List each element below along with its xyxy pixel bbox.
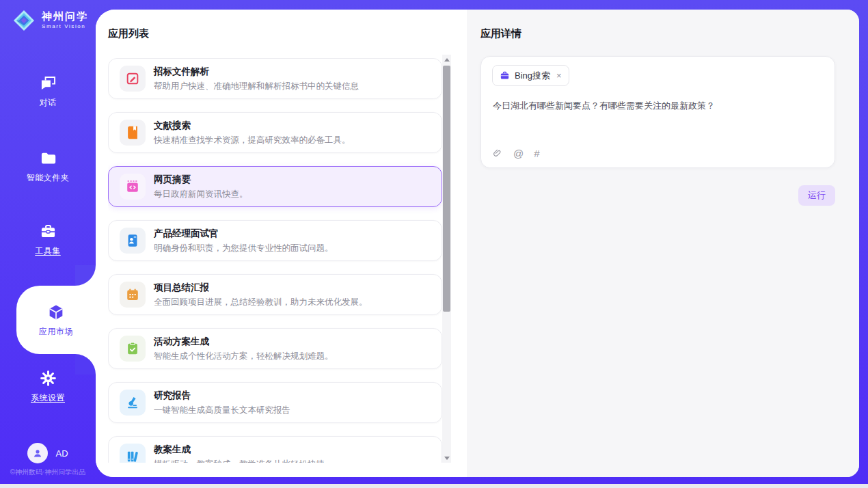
main-content: 应用列表 招标文件解析 帮助用户快速、准确地理解和解析招标书中的关键信息 [96,10,859,477]
user-name: AD [55,448,68,459]
close-icon[interactable]: × [556,71,562,80]
scroll-up-button[interactable] [442,55,451,64]
app-window: 神州问学 Smart Vision 对话 智能文件夹 [0,0,868,484]
app-title: 研究报告 [154,390,290,402]
app-title: 招标文件解析 [154,66,359,78]
app-desc: 每日政府新闻资讯快查。 [154,189,248,200]
app-list-pane: 应用列表 招标文件解析 帮助用户快速、准确地理解和解析招标书中的关键信息 [96,10,467,477]
folder-icon [39,149,57,167]
triangle-down-icon [444,457,450,460]
gear-icon [39,369,57,388]
brand-tagline: Smart Vision [42,24,88,30]
doc-edit-icon [120,66,146,92]
sidebar-item-label: 工具集 [35,245,61,257]
calendar-icon [120,282,146,308]
book-icon [120,120,146,146]
sidebar-item-label: 对话 [40,97,57,109]
app-list: 招标文件解析 帮助用户快速、准确地理解和解析招标书中的关键信息 文献搜索 快速精… [108,58,442,463]
tool-chip-bing-search[interactable]: Bing搜索 × [492,65,569,86]
sidebar: 神州问学 Smart Vision 对话 智能文件夹 [0,0,96,484]
sidebar-item-smart-folder[interactable]: 智能文件夹 [0,149,96,184]
tool-chip-label: Bing搜索 [515,70,550,82]
query-input[interactable]: 今日湖北有哪些新闻要点？有哪些需要关注的最新政策？ [493,99,824,113]
app-card-pm-interviewer[interactable]: 产品经理面试官 明确身份和职责，为您提供专业性的面试问题。 [108,220,442,261]
app-title: 活动方案生成 [154,336,334,348]
list-scrollbar[interactable] [442,55,451,463]
app-detail-title: 应用详情 [480,27,521,40]
app-card-research-report[interactable]: 研究报告 一键智能生成高质量长文本研究报告 [108,382,442,423]
app-list-title: 应用列表 [108,27,149,40]
copyright-text: ©神州数码·神州问学出品 [0,467,96,477]
app-desc: 帮助用户快速、准确地理解和解析招标书中的关键信息 [154,81,359,92]
browser-code-icon [120,174,146,200]
app-title: 文献搜索 [154,120,351,132]
app-card-project-summary[interactable]: 项目总结汇报 全面回顾项目进展，总结经验教训，助力未来优化发展。 [108,274,442,315]
prompt-card: Bing搜索 × 今日湖北有哪些新闻要点？有哪些需要关注的最新政策？ @ # [480,56,835,168]
sidebar-item-settings[interactable]: 系统设置 [0,369,96,404]
avatar [27,443,48,463]
sidebar-item-label: 系统设置 [31,392,65,404]
sidebar-item-chat[interactable]: 对话 [0,74,96,109]
app-card-lesson-plan[interactable]: 教案生成 模板驱动，教案秒成，教学准备从此轻松快捷 [108,436,442,463]
attachment-toolbar: @ # [492,148,540,159]
sidebar-item-label: 智能文件夹 [27,172,70,184]
app-desc: 快速精准查找学术资源，提高研究效率的必备工具。 [154,135,351,146]
app-detail-pane: 应用详情 Bing搜索 × 今日湖北有哪些新闻要点？有哪些需要关注的最新政策？ [467,10,859,477]
sidebar-item-label: 应用市场 [39,326,73,338]
at-mention-icon[interactable]: @ [513,148,524,159]
brand-logo: 神州问学 Smart Vision [11,8,88,33]
app-title: 教案生成 [154,444,325,456]
app-title: 项目总结汇报 [154,282,368,294]
app-desc: 明确身份和职责，为您提供专业性的面试问题。 [154,243,334,254]
app-card-event-plan[interactable]: 活动方案生成 智能生成个性化活动方案，轻松解决规划难题。 [108,328,442,369]
paperclip-icon[interactable] [492,148,503,159]
hash-icon[interactable]: # [534,148,539,159]
brand-name: 神州问学 [42,11,88,23]
scrollbar-thumb[interactable] [443,66,450,312]
run-button[interactable]: 运行 [798,185,835,206]
app-desc: 模板驱动，教案秒成，教学准备从此轻松快捷 [154,459,325,463]
app-title: 网页摘要 [154,174,248,186]
clipboard-check-icon [120,336,146,362]
sidebar-item-toolset[interactable]: 工具集 [0,222,96,257]
app-desc: 全面回顾项目进展，总结经验教训，助力未来优化发展。 [154,297,368,308]
person-doc-icon [120,228,146,254]
microscope-icon [120,390,146,416]
triangle-up-icon [444,58,450,62]
sidebar-item-app-market[interactable]: 应用市场 [16,286,96,354]
app-desc: 一键智能生成高质量长文本研究报告 [154,405,290,416]
toolbox-icon [39,222,57,241]
app-card-bid-parse[interactable]: 招标文件解析 帮助用户快速、准确地理解和解析招标书中的关键信息 [108,58,442,99]
books-icon [120,444,146,463]
scroll-down-button[interactable] [442,453,451,463]
bottom-strip [0,484,868,488]
app-card-web-summary[interactable]: 网页摘要 每日政府新闻资讯快查。 [108,166,442,207]
chat-icon [39,74,57,92]
app-title: 产品经理面试官 [154,228,334,240]
user-profile[interactable]: AD [0,443,96,463]
app-desc: 智能生成个性化活动方案，轻松解决规划难题。 [154,351,334,362]
cube-icon [46,303,66,322]
tab-curve-top [75,265,96,286]
briefcase-icon [500,70,510,81]
app-card-literature-search[interactable]: 文献搜索 快速精准查找学术资源，提高研究效率的必备工具。 [108,112,442,153]
diamond-logo-icon [11,8,37,33]
